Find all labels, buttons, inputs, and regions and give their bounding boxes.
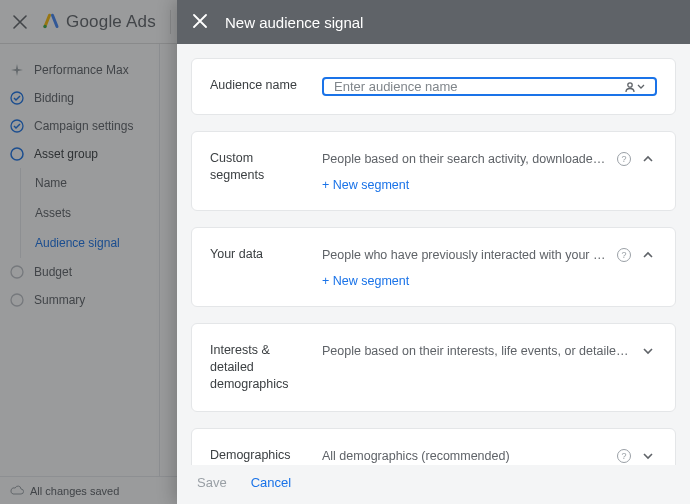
- section-description: All demographics (recommended): [322, 449, 609, 463]
- input-placeholder: Enter audience name: [334, 79, 458, 94]
- section-label: Interests & detailed demographics: [210, 342, 308, 393]
- interests-demographics-section[interactable]: Interests & detailed demographics People…: [191, 323, 676, 412]
- panel-body: Audience name Enter audience name Custom…: [177, 44, 690, 465]
- panel-footer: Save Cancel: [177, 465, 690, 504]
- section-description: People who have previously interacted wi…: [322, 248, 609, 262]
- panel-header: New audience signal: [177, 0, 690, 44]
- help-icon[interactable]: ?: [617, 449, 631, 463]
- section-label: Custom segments: [210, 150, 308, 184]
- chevron-down-icon[interactable]: [639, 342, 657, 360]
- section-label: Your data: [210, 246, 308, 263]
- section-description: People based on their interests, life ev…: [322, 344, 631, 358]
- field-label: Audience name: [210, 77, 308, 94]
- close-panel-button[interactable]: [193, 12, 207, 33]
- svg-point-6: [628, 82, 632, 86]
- audience-name-input[interactable]: Enter audience name: [322, 77, 657, 96]
- chevron-down-icon[interactable]: [639, 447, 657, 465]
- new-audience-signal-panel: New audience signal Audience name Enter …: [177, 0, 690, 504]
- section-description: People based on their search activity, d…: [322, 152, 609, 166]
- chevron-up-icon[interactable]: [639, 150, 657, 168]
- person-dropdown-icon[interactable]: [624, 81, 645, 93]
- audience-name-card: Audience name Enter audience name: [191, 58, 676, 115]
- help-icon[interactable]: ?: [617, 248, 631, 262]
- save-button[interactable]: Save: [197, 475, 227, 490]
- demographics-section[interactable]: Demographics All demographics (recommend…: [191, 428, 676, 465]
- custom-segments-section[interactable]: Custom segments People based on their se…: [191, 131, 676, 211]
- panel-title: New audience signal: [225, 14, 363, 31]
- cancel-button[interactable]: Cancel: [251, 475, 291, 490]
- section-label: Demographics: [210, 447, 308, 464]
- new-segment-link[interactable]: + New segment: [322, 178, 657, 192]
- new-segment-link[interactable]: + New segment: [322, 274, 657, 288]
- chevron-up-icon[interactable]: [639, 246, 657, 264]
- help-icon[interactable]: ?: [617, 152, 631, 166]
- your-data-section[interactable]: Your data People who have previously int…: [191, 227, 676, 307]
